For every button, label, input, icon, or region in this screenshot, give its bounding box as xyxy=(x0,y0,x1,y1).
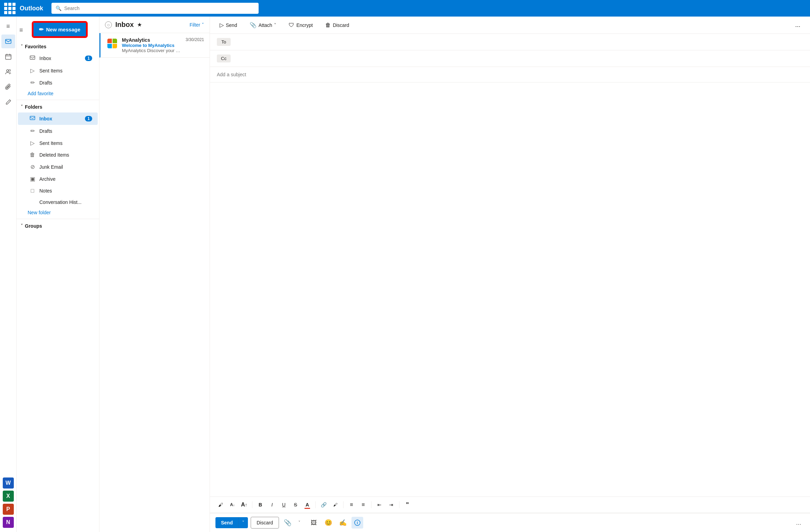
signature-button[interactable]: ✍ xyxy=(337,517,349,529)
pencil-icon[interactable] xyxy=(1,95,15,109)
sidebar-item-inbox-fav[interactable]: Inbox 1 xyxy=(18,52,98,65)
font-size-down-btn[interactable]: A↓ xyxy=(227,500,238,510)
remove-format-btn[interactable]: 🖌 xyxy=(330,500,340,510)
sidebar-item-sent-fav[interactable]: ▷ Sent Items xyxy=(18,65,98,77)
encrypt-toolbar-button[interactable]: 🛡 Encrypt xyxy=(286,21,315,30)
sidebar-item-deleted[interactable]: 🗑 Deleted Items xyxy=(18,149,98,161)
search-bar[interactable]: 🔍 xyxy=(51,3,259,14)
filter-button[interactable]: Filter ˅ xyxy=(190,22,204,28)
new-message-row: ≡ ✏ New message xyxy=(17,19,99,41)
discard-toolbar-button[interactable]: 🗑 Discard xyxy=(322,21,352,30)
groups-chevron: ˅ xyxy=(21,224,23,228)
onenote-app-icon[interactable]: N xyxy=(3,517,14,528)
italic-btn[interactable]: I xyxy=(267,500,277,510)
to-field: To xyxy=(210,34,810,50)
add-favorite-link[interactable]: Add favorite xyxy=(17,89,99,98)
word-app-icon[interactable]: W xyxy=(3,477,14,489)
favorites-section-header[interactable]: ˅ Favorites xyxy=(17,41,99,52)
deleted-icon: 🗑 xyxy=(29,152,36,158)
sidebar-item-sent[interactable]: ▷ Sent Items xyxy=(18,137,98,149)
attach-bottom-button[interactable]: 📎 xyxy=(282,517,293,529)
priority-button[interactable]: i xyxy=(351,517,363,529)
app-grid-icon[interactable] xyxy=(4,3,16,14)
more-bottom-button[interactable]: ... xyxy=(793,517,804,529)
format-painter-btn[interactable]: 🖌 xyxy=(215,500,226,510)
send-button[interactable]: Send xyxy=(215,517,238,528)
folders-chevron: ˅ xyxy=(21,105,23,109)
bullet-list-btn[interactable]: ≡ xyxy=(346,500,357,510)
calendar-icon[interactable] xyxy=(1,50,15,63)
toolbar-more-button[interactable]: ... xyxy=(792,20,803,30)
compose-body[interactable] xyxy=(210,82,810,496)
svg-rect-1 xyxy=(6,55,11,59)
new-folder-link[interactable]: New folder xyxy=(17,208,99,217)
archive-icon: ▣ xyxy=(29,176,36,182)
excel-app-icon[interactable]: X xyxy=(3,491,14,502)
indent-btn[interactable]: ⇥ xyxy=(386,500,396,510)
send-dropdown-button[interactable]: ˅ xyxy=(238,517,248,528)
subject-field xyxy=(210,67,810,82)
email-preview: MyAnalytics Discover your habits. Work s… xyxy=(122,48,182,53)
svg-point-3 xyxy=(9,70,10,71)
link-btn[interactable]: 🔗 xyxy=(318,500,329,510)
sidebar-item-junk[interactable]: ⊘ Junk Email xyxy=(18,161,98,173)
quote-btn[interactable]: " xyxy=(402,500,413,510)
mail-icon[interactable] xyxy=(1,35,15,48)
outdent-btn[interactable]: ⇤ xyxy=(374,500,385,510)
attach-dropdown-icon: ˅ xyxy=(274,23,276,27)
font-size-up-btn[interactable]: A↑ xyxy=(239,500,249,510)
junk-icon: ⊘ xyxy=(29,164,36,170)
send-toolbar-button[interactable]: ▷ Send xyxy=(217,20,240,30)
sidebar-item-drafts-fav[interactable]: ✏ Drafts xyxy=(18,77,98,89)
icon-sidebar: ≡ xyxy=(0,17,17,532)
fmt-sep-2 xyxy=(315,501,316,508)
search-input[interactable] xyxy=(64,6,254,11)
paperclip-icon[interactable] xyxy=(1,80,15,94)
sidebar-item-notes[interactable]: □ Notes xyxy=(18,185,98,197)
strikethrough-btn[interactable]: S xyxy=(290,500,301,510)
cc-field: Cc xyxy=(210,50,810,67)
inbox-title: Inbox xyxy=(115,21,134,29)
image-insert-button[interactable]: 🖼 xyxy=(308,517,320,529)
numbered-list-btn[interactable]: ≡ xyxy=(358,500,368,510)
folders-section-header[interactable]: ˅ Folders xyxy=(17,101,99,112)
svg-rect-0 xyxy=(6,39,11,43)
bold-btn[interactable]: B xyxy=(255,500,266,510)
attach-dropdown-bottom-button[interactable]: ˅ xyxy=(293,517,305,529)
sidebar-item-conv-hist[interactable]: Conversation Hist... xyxy=(18,197,98,208)
emoji-button[interactable]: 😊 xyxy=(322,517,334,529)
email-content: MyAnalytics Welcome to MyAnalytics MyAna… xyxy=(122,37,182,53)
cc-input[interactable] xyxy=(235,56,803,61)
new-message-button[interactable]: ✏ New message xyxy=(33,22,87,37)
groups-section-header[interactable]: ˅ Groups xyxy=(17,220,99,231)
sidebar-item-drafts[interactable]: ✏ Drafts xyxy=(18,125,98,137)
attach-group: 📎 ˅ xyxy=(282,517,305,529)
email-avatar xyxy=(106,37,118,50)
discard-toolbar-icon: 🗑 xyxy=(325,22,331,28)
svg-text:i: i xyxy=(357,521,358,525)
notes-icon: □ xyxy=(29,188,36,194)
cc-label: Cc xyxy=(217,55,231,62)
sidebar-item-archive[interactable]: ▣ Archive xyxy=(18,173,98,185)
hamburger-menu[interactable]: ≡ xyxy=(1,19,15,33)
sidebar-hamburger[interactable]: ≡ xyxy=(17,25,26,35)
email-item[interactable]: MyAnalytics Welcome to MyAnalytics MyAna… xyxy=(99,33,210,58)
attach-toolbar-icon: 📎 xyxy=(250,22,257,28)
email-date: 3/30/2021 xyxy=(186,37,204,42)
people-icon[interactable] xyxy=(1,65,15,79)
powerpoint-app-icon[interactable]: P xyxy=(3,504,14,515)
attach-toolbar-button[interactable]: 📎 Attach ˅ xyxy=(247,20,279,30)
to-input[interactable] xyxy=(235,39,803,45)
subject-input[interactable] xyxy=(217,72,803,77)
select-all-checkbox[interactable]: ○ xyxy=(105,21,112,28)
font-color-btn[interactable]: A xyxy=(302,500,312,510)
nav-divider-2 xyxy=(17,219,99,219)
discard-button[interactable]: Discard xyxy=(251,517,279,529)
sidebar-item-inbox[interactable]: Inbox 1 xyxy=(18,112,98,125)
email-subject: Welcome to MyAnalytics xyxy=(122,43,182,48)
fmt-sep-1 xyxy=(252,501,252,508)
email-sender: MyAnalytics xyxy=(122,37,182,43)
app-title: Outlook xyxy=(20,5,43,12)
inbox-star-icon[interactable]: ★ xyxy=(137,21,142,28)
underline-btn[interactable]: U xyxy=(279,500,289,510)
